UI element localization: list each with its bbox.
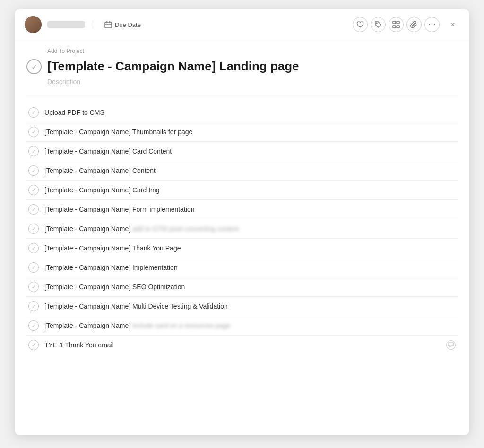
share-button[interactable] — [389, 17, 404, 32]
header-actions: × — [353, 17, 459, 32]
subtask-item[interactable]: ✓ [Template - Campaign Name] add to GTM … — [26, 219, 458, 239]
subtask-item[interactable]: ✓ [Template - Campaign Name] Content — [26, 161, 458, 181]
check-icon: ✓ — [32, 129, 36, 135]
calendar-icon — [104, 21, 112, 28]
task-complete-button[interactable]: ✓ — [26, 59, 42, 74]
task-title: [Template - Campaign Name] Landing page — [47, 59, 299, 74]
check-icon: ✓ — [32, 148, 36, 155]
subtask-check-7[interactable]: ✓ — [28, 224, 39, 234]
avatar — [25, 16, 42, 33]
check-icon: ✓ — [32, 187, 36, 193]
header-divider — [93, 20, 93, 29]
subtask-item[interactable]: ✓ [Template - Campaign Name] Form implem… — [26, 200, 458, 219]
due-date-button[interactable]: Due Date — [101, 19, 145, 30]
subtask-check-13[interactable]: ✓ — [28, 340, 39, 350]
svg-rect-8 — [397, 26, 399, 28]
subtask-check-12[interactable]: ✓ — [28, 320, 39, 331]
svg-point-4 — [376, 23, 377, 24]
modal-header: Due Date — [15, 9, 469, 40]
subtask-check-4[interactable]: ✓ — [28, 165, 39, 176]
subtask-item[interactable]: ✓ [Template - Campaign Name] Thumbnails … — [26, 122, 458, 142]
check-icon: ✓ — [32, 110, 36, 116]
subtask-text-6: [Template - Campaign Name] Form implemen… — [44, 206, 456, 213]
blurred-content-12: include card on a resources page — [132, 322, 230, 329]
blurred-content-7: add to GTM pixel converting content — [132, 225, 239, 233]
subtask-check-8[interactable]: ✓ — [28, 243, 39, 253]
comment-icon[interactable] — [446, 340, 456, 350]
close-button[interactable]: × — [446, 18, 459, 31]
subtask-item[interactable]: ✓ [Template - Campaign Name] Implementat… — [26, 258, 458, 277]
check-icon: ✓ — [32, 207, 36, 213]
check-icon: ✓ — [32, 168, 36, 174]
svg-rect-6 — [397, 21, 399, 24]
subtask-item[interactable]: ✓ TYE-1 Thank You email — [26, 336, 458, 354]
subtask-check-6[interactable]: ✓ — [28, 204, 39, 215]
description-field[interactable]: Description — [26, 78, 458, 86]
subtask-check-3[interactable]: ✓ — [28, 146, 39, 156]
subtask-check-9[interactable]: ✓ — [28, 262, 39, 273]
due-date-label: Due Date — [115, 21, 141, 28]
subtask-text-2: [Template - Campaign Name] Thumbnails fo… — [44, 128, 456, 136]
heart-button[interactable] — [353, 17, 368, 32]
section-divider — [26, 95, 458, 95]
subtask-text-8: [Template - Campaign Name] Thank You Pag… — [44, 244, 456, 252]
subtask-text-1: Upload PDF to CMS — [44, 109, 456, 116]
subtask-text-13: TYE-1 Thank You email — [44, 341, 441, 349]
svg-rect-5 — [393, 21, 396, 24]
subtask-text-10: [Template - Campaign Name] SEO Optimizat… — [44, 283, 456, 291]
svg-rect-7 — [393, 26, 396, 28]
more-icon — [428, 21, 436, 28]
subtask-text-12: [Template - Campaign Name] include card … — [44, 322, 456, 329]
task-modal: Due Date — [15, 9, 469, 435]
subtask-item[interactable]: ✓ [Template - Campaign Name] SEO Optimiz… — [26, 277, 458, 297]
check-icon: ✓ — [32, 284, 36, 290]
subtask-text-7: [Template - Campaign Name] add to GTM pi… — [44, 225, 456, 233]
heart-icon — [356, 21, 364, 28]
subtask-item[interactable]: ✓ [Template - Campaign Name] Multi Devic… — [26, 297, 458, 316]
subtask-item[interactable]: ✓ [Template - Campaign Name] Card Img — [26, 181, 458, 200]
attachment-button[interactable] — [406, 17, 422, 32]
check-icon: ✓ — [32, 323, 36, 329]
subtask-check-5[interactable]: ✓ — [28, 185, 39, 195]
tag-icon — [374, 21, 382, 28]
share-icon — [392, 21, 400, 28]
subtask-item[interactable]: ✓ [Template - Campaign Name] Card Conten… — [26, 142, 458, 161]
check-icon: ✓ — [32, 303, 36, 310]
check-icon: ✓ — [32, 226, 36, 232]
check-icon: ✓ — [32, 265, 36, 271]
subtask-item[interactable]: ✓ [Template - Campaign Name] include car… — [26, 316, 458, 336]
tag-button[interactable] — [371, 17, 386, 32]
subtask-text-4: [Template - Campaign Name] Content — [44, 167, 456, 174]
subtask-text-11: [Template - Campaign Name] Multi Device … — [44, 302, 456, 310]
svg-rect-0 — [105, 22, 112, 28]
subtask-text-3: [Template - Campaign Name] Card Content — [44, 147, 456, 155]
subtask-item[interactable]: ✓ [Template - Campaign Name] Thank You P… — [26, 239, 458, 258]
modal-body: Add To Project ✓ [Template - Campaign Na… — [15, 40, 469, 366]
user-name — [47, 21, 85, 28]
svg-point-11 — [434, 24, 435, 25]
add-to-project-label[interactable]: Add To Project — [26, 48, 458, 54]
subtask-item[interactable]: ✓ Upload PDF to CMS — [26, 103, 458, 122]
check-icon: ✓ — [32, 342, 36, 348]
more-button[interactable] — [424, 17, 440, 32]
attachment-icon — [410, 21, 418, 28]
subtask-check-2[interactable]: ✓ — [28, 127, 39, 137]
subtask-list: ✓ Upload PDF to CMS ✓ [Template - Campai… — [26, 103, 458, 354]
subtask-check-1[interactable]: ✓ — [28, 107, 39, 118]
checkmark-icon: ✓ — [31, 62, 37, 71]
subtask-text-5: [Template - Campaign Name] Card Img — [44, 186, 456, 194]
svg-point-9 — [429, 24, 430, 25]
subtask-check-10[interactable]: ✓ — [28, 282, 39, 292]
task-title-row: ✓ [Template - Campaign Name] Landing pag… — [26, 59, 458, 74]
subtask-check-11[interactable]: ✓ — [28, 301, 39, 311]
check-icon: ✓ — [32, 245, 36, 251]
svg-point-10 — [432, 24, 432, 25]
subtask-text-9: [Template - Campaign Name] Implementatio… — [44, 264, 456, 271]
